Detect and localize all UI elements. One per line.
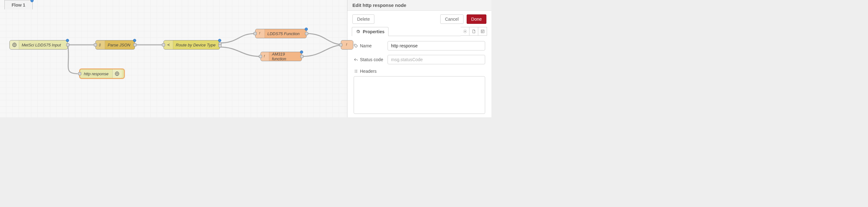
unsaved-dot-icon [66, 39, 69, 42]
node-http-response[interactable]: http response [80, 69, 124, 78]
node-label: Route by Device Type [176, 43, 216, 47]
svg-point-8 [355, 45, 355, 45]
unsaved-dot-icon [133, 39, 136, 42]
node-port-in[interactable] [259, 55, 262, 58]
function-icon: f [261, 52, 269, 61]
status-code-label: Status code [354, 57, 384, 62]
tab-properties[interactable]: Properties [352, 27, 389, 36]
svg-rect-7 [481, 30, 484, 33]
node-port-out[interactable] [305, 32, 308, 35]
node-label: Parse JSON [107, 43, 130, 47]
node-port-in[interactable] [162, 43, 165, 46]
function-icon: f [341, 40, 353, 49]
node-http-in[interactable]: MetSci LDDS75 Input [9, 40, 68, 49]
reply-icon [354, 58, 358, 62]
delete-button[interactable]: Delete [352, 14, 374, 24]
node-port-in[interactable] [339, 43, 342, 46]
file-icon [472, 29, 476, 34]
node-offscreen[interactable]: f [341, 40, 353, 49]
unsaved-dot-icon [300, 50, 303, 54]
node-port-out[interactable] [133, 43, 136, 46]
sidebar-header: Edit http response node [347, 0, 491, 11]
edit-sidebar: Edit http response node Delete Cancel Do… [347, 0, 491, 117]
unsaved-dot-icon [30, 0, 34, 2]
node-label: LDDS75 Function [267, 31, 300, 36]
function-icon: f [255, 29, 265, 38]
layout-icon [480, 29, 485, 34]
flow-tab[interactable]: Flow 1 [4, 0, 33, 9]
node-docs-button[interactable] [469, 27, 478, 36]
node-settings-button[interactable] [461, 27, 469, 36]
unsaved-dot-icon [218, 39, 221, 42]
svg-text:f: f [264, 55, 265, 58]
flow-tab-label: Flow 1 [11, 2, 25, 7]
sidebar-actions: Delete Cancel Done [347, 11, 491, 27]
gear-icon [356, 30, 360, 34]
svg-text:{}: {} [99, 43, 101, 46]
node-label: http response [84, 71, 108, 76]
headers-label: Headers [354, 69, 485, 74]
list-icon [354, 69, 358, 73]
node-label: AM319 function [272, 52, 298, 61]
node-port-out[interactable] [66, 43, 69, 46]
node-port-in[interactable] [78, 72, 81, 75]
node-port-out-2[interactable] [218, 44, 222, 47]
status-code-input[interactable] [388, 55, 485, 64]
row-headers: Headers [354, 69, 485, 114]
globe-icon [10, 40, 19, 49]
row-name: Name [354, 41, 485, 50]
svg-point-6 [464, 31, 466, 32]
property-tabs: Properties [347, 27, 491, 36]
node-label: MetSci LDDS75 Input [22, 43, 61, 47]
app-root: Flow 1 MetSci LDDS75 Inpu [0, 0, 491, 117]
name-label: Name [354, 43, 384, 48]
node-port-in[interactable] [94, 43, 97, 46]
name-input[interactable] [388, 41, 485, 50]
node-function-am319[interactable]: f AM319 function [260, 52, 302, 61]
flow-tabbar: Flow 1 [0, 0, 347, 9]
done-button[interactable]: Done [467, 14, 487, 24]
node-appearance-button[interactable] [478, 27, 487, 36]
node-parse-json[interactable]: {} Parse JSON [95, 40, 135, 49]
tag-icon [354, 44, 358, 48]
node-switch[interactable]: Route by Device Type [163, 40, 220, 49]
properties-form: Name Status code Headers [347, 36, 491, 117]
sidebar-title: Edit http response node [352, 2, 487, 8]
node-port-out[interactable] [300, 55, 304, 58]
gear-icon [463, 29, 467, 34]
json-icon: {} [96, 40, 105, 49]
switch-icon [164, 40, 173, 49]
svg-text:f: f [346, 43, 347, 46]
tab-fill [389, 27, 461, 36]
headers-editor[interactable] [354, 76, 485, 114]
cancel-button[interactable]: Cancel [440, 14, 464, 24]
svg-text:f: f [259, 32, 260, 35]
row-status-code: Status code [354, 55, 485, 64]
globe-icon [112, 69, 122, 78]
node-function-ldds75[interactable]: f LDDS75 Function [255, 29, 307, 38]
unsaved-dot-icon [305, 28, 308, 31]
flow-canvas-wrap: Flow 1 MetSci LDDS75 Inpu [0, 0, 347, 117]
node-port-in[interactable] [253, 32, 257, 35]
tab-properties-label: Properties [363, 29, 384, 34]
